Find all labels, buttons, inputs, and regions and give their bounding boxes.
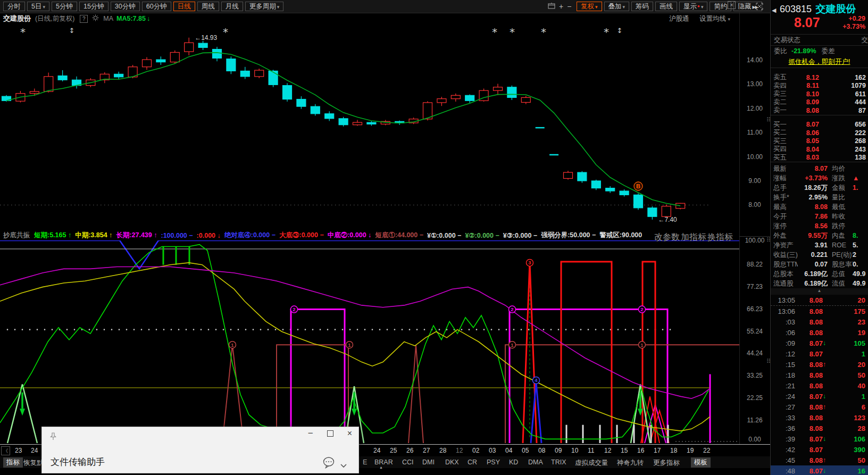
quote-panel: ◀ 603815 交建股份 8.07 +0.29 +3.73% 交易状态 交 委… — [770, 0, 868, 475]
indicator-tab-E[interactable]: E — [363, 459, 367, 466]
bid-row[interactable]: 买二8.06222 — [771, 129, 868, 137]
collapse-handle-icon[interactable]: ▲ — [771, 288, 868, 295]
tool-button-筹码[interactable]: 筹码 — [631, 2, 653, 11]
indicator-tab-神奇九转[interactable]: 神奇九转 — [617, 459, 644, 468]
indicator-tab-KD[interactable]: KD — [509, 459, 518, 466]
tick-row[interactable]: :368.0828 — [771, 423, 868, 434]
indicator-tab-更多指标[interactable]: 更多指标 — [653, 459, 680, 468]
indicator-close-icon[interactable]: × — [728, 1, 736, 9]
ask-row[interactable]: 卖二8.09444 — [771, 98, 868, 107]
change-percent: +3.73% — [838, 23, 865, 31]
tick-row[interactable]: :218.0840 — [771, 380, 868, 391]
indicator-tab-DMI[interactable]: DMI — [422, 459, 435, 466]
indicator-tab-DMA[interactable]: DMA — [528, 459, 543, 466]
ask-row[interactable]: 卖四8.111079 — [771, 82, 868, 90]
open-account-ad-link[interactable]: 抓住机会，即刻开户! — [771, 56, 868, 68]
tick-row[interactable]: 13:068.08175 — [771, 305, 868, 316]
indicator-tab-虚拟成交量[interactable]: 虚拟成交量 — [575, 459, 608, 468]
tick-list[interactable]: 13:058.082013:068.08175:038.0823:068.081… — [771, 295, 868, 475]
indicator-value: 大底③:0.000 − — [279, 231, 324, 240]
tick-row[interactable]: :488.07↓16 — [771, 465, 868, 475]
indicator-value: 中期:3.854 ↑ — [75, 231, 112, 240]
ma-toggle[interactable]: MA — [103, 15, 113, 22]
tick-row[interactable]: :158.08↑20 — [771, 359, 868, 370]
chat-bubble-icon[interactable] — [322, 457, 335, 471]
scroll-left-button[interactable]: 《 — [1, 446, 10, 455]
price-tick: 10.00 — [740, 153, 769, 161]
gear-icon[interactable] — [92, 14, 99, 23]
indicator-tick: 33.25 — [740, 372, 769, 379]
period-tab-日线[interactable]: 日线 — [173, 2, 195, 11]
pin-icon[interactable] — [49, 432, 57, 443]
zoom-out-icon[interactable]: − — [567, 2, 571, 11]
tool-button-叠加[interactable]: 叠加▾ — [604, 2, 630, 11]
period-tab-5分钟[interactable]: 5分钟 — [52, 2, 77, 11]
tick-row[interactable]: 13:058.0820 — [771, 295, 868, 305]
zoom-in-icon[interactable]: + — [559, 2, 563, 11]
indicator-action-改参数[interactable]: 改参数 — [654, 232, 680, 243]
bottom-signal-marker: 4 — [535, 377, 538, 383]
bid-row[interactable]: 买一8.07656 — [771, 121, 868, 129]
maximize-icon[interactable] — [327, 430, 333, 437]
event-marker-icon: * — [541, 26, 546, 38]
wechat-file-transfer-window[interactable]: − × 文件传输助手 — [41, 427, 359, 473]
tick-row[interactable]: :038.0823 — [771, 316, 868, 327]
candlestick-chart[interactable]: *↕*****↕←14.93←7.40B — [0, 24, 739, 230]
top-toolbar: 分时5日▾5分钟15分钟30分钟60分钟日线周线月线更多周期▾ + − 复权▾叠… — [0, 0, 770, 13]
period-tab-周线[interactable]: 周线 — [197, 2, 219, 11]
period-tab-30分钟[interactable]: 30分钟 — [111, 2, 140, 11]
indicator-tab-CR[interactable]: CR — [468, 459, 477, 466]
tick-row[interactable]: :188.0850 — [771, 370, 868, 380]
period-tab-月线[interactable]: 月线 — [221, 2, 243, 11]
indicator-tab-DKX[interactable]: DKX — [445, 459, 459, 466]
bid-row[interactable]: 买五8.03138 — [771, 154, 868, 162]
indicator-tab-指标[interactable]: 指标 — [3, 457, 23, 468]
bid-row[interactable]: 买三8.05268 — [771, 137, 868, 146]
tick-row[interactable]: :068.0819 — [771, 327, 868, 338]
indicator-action-换指标[interactable]: 换指标 — [707, 232, 733, 243]
tick-row[interactable]: :098.07↓105 — [771, 338, 868, 348]
tick-row[interactable]: :428.07390 — [771, 444, 868, 455]
tick-row[interactable]: :248.07↓1 — [771, 391, 868, 402]
tick-row[interactable]: :128.071 — [771, 348, 868, 359]
tick-row[interactable]: :398.07↓106 — [771, 434, 868, 444]
indicator-tab-恢复默认[interactable]: 恢复默认 — [23, 459, 43, 468]
ask-row[interactable]: 卖一8.0887 — [771, 106, 868, 115]
x-axis-label: 18 — [670, 447, 677, 454]
chart-info-row: 交建股份 (日线,前复权) ? MA MA5:7.85 ↓ 沪股通 设置均线 ▾ — [0, 13, 770, 24]
ask-row[interactable]: 卖三8.10611 — [771, 90, 868, 98]
ma-settings-button[interactable]: 设置均线 ▾ — [699, 14, 730, 23]
indicator-tab-PSY[interactable]: PSY — [487, 459, 500, 466]
event-marker-icon: * — [20, 26, 26, 38]
tool-button-画线[interactable]: 画线 — [655, 2, 677, 11]
tick-row[interactable]: :458.08↑50 — [771, 455, 868, 465]
x-axis-label: 03 — [489, 447, 496, 454]
period-tab-5日[interactable]: 5日▾ — [27, 2, 49, 11]
fullscreen-icon[interactable] — [756, 3, 763, 10]
x-axis-label: 10 — [571, 447, 578, 454]
x-axis-label: 12 — [456, 447, 463, 454]
help-icon[interactable]: ? — [80, 15, 88, 23]
indicator-chart[interactable]: 121213421 — [0, 240, 739, 444]
chevron-down-icon[interactable] — [340, 461, 347, 470]
period-tab-15分钟[interactable]: 15分钟 — [79, 2, 108, 11]
hgt-connect-label[interactable]: 沪股通 — [669, 14, 689, 23]
indicator-tab-BRAR[interactable]: BRAR — [374, 459, 393, 466]
ask-row[interactable]: 卖五8.12162 — [771, 73, 868, 82]
tick-row[interactable]: :338.08123 — [771, 412, 868, 423]
minimize-icon[interactable]: − — [308, 428, 313, 439]
period-tab-更多周期[interactable]: 更多周期▾ — [245, 2, 284, 11]
popout-window-icon[interactable] — [548, 2, 555, 11]
indicator-tab-CCI[interactable]: CCI — [402, 459, 414, 466]
period-tab-分时[interactable]: 分时 — [3, 2, 25, 11]
bid-row[interactable]: 买四8.04243 — [771, 145, 868, 154]
indicator-action-加指标[interactable]: 加指标 — [681, 232, 706, 243]
tool-button-复权[interactable]: 复权▾ — [577, 2, 602, 11]
tick-row[interactable]: :278.08↑6 — [771, 402, 868, 412]
back-arrow-icon[interactable]: ◀ — [772, 7, 776, 13]
indicator-tab-TRIX[interactable]: TRIX — [551, 459, 566, 466]
tool-button-显示[interactable]: 显示●▾ — [679, 2, 707, 11]
close-icon[interactable]: × — [347, 429, 352, 438]
period-tab-60分钟[interactable]: 60分钟 — [142, 2, 171, 11]
indicator-tab-模板[interactable]: 模板 — [691, 457, 711, 468]
